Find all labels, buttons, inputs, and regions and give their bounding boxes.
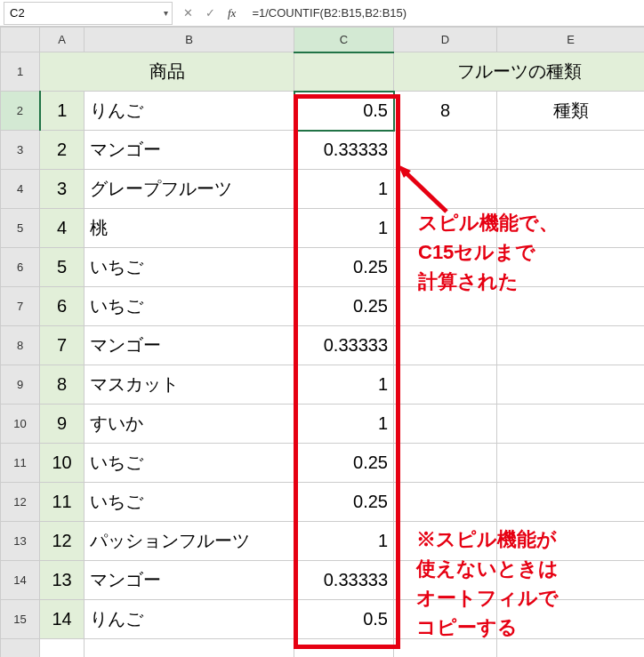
cell-a[interactable]: 6 [40,287,85,326]
cell-d-result[interactable]: 8 [394,92,497,131]
cell-a[interactable] [40,639,85,658]
cell-e[interactable] [497,365,645,405]
header-fruit-kind[interactable]: フルーツの種類 [394,52,645,92]
cell-e[interactable] [497,131,645,170]
cell-b[interactable]: いちご [85,444,294,483]
cell-d[interactable] [394,639,497,658]
cell-c[interactable]: 1 [294,405,394,444]
select-all-corner[interactable] [1,28,40,52]
cell-c[interactable]: 0.5 [294,600,394,639]
row-header[interactable]: 8 [1,326,40,365]
col-header-A[interactable]: A [40,28,85,52]
cell-e[interactable] [497,600,645,639]
cell-a[interactable]: 13 [40,561,85,600]
col-header-B[interactable]: B [85,28,294,52]
cell-a[interactable]: 7 [40,326,85,365]
row-header[interactable]: 5 [1,209,40,248]
cell-d[interactable] [394,483,497,522]
row-header[interactable]: 4 [1,170,40,209]
row-header[interactable]: 6 [1,248,40,287]
row-header[interactable]: 15 [1,600,40,639]
cell-e[interactable] [497,561,645,600]
cell-a[interactable]: 2 [40,131,85,170]
cell-e[interactable] [497,483,645,522]
cell-c[interactable]: 0.25 [294,444,394,483]
cell-b[interactable]: マンゴー [85,326,294,365]
cell-c[interactable]: 1 [294,170,394,209]
cell-c[interactable]: 0.25 [294,483,394,522]
cell-b[interactable]: すいか [85,405,294,444]
cell-c[interactable]: 0.25 [294,287,394,326]
cell-b[interactable]: いちご [85,483,294,522]
cell-e[interactable] [497,405,645,444]
col-header-E[interactable]: E [497,28,645,52]
cell-d[interactable] [394,600,497,639]
name-box[interactable]: C2 ▾ [4,2,173,25]
cell-c[interactable]: 0.25 [294,248,394,287]
cell-c[interactable]: 0.33333 [294,561,394,600]
cell-a[interactable]: 11 [40,483,85,522]
row-header[interactable]: 12 [1,483,40,522]
cell-c[interactable]: 0.33333 [294,131,394,170]
cell-c[interactable]: 1 [294,365,394,405]
cell-d[interactable] [394,209,497,248]
cell-b[interactable]: 桃 [85,209,294,248]
cell-d[interactable] [394,444,497,483]
cell-b[interactable]: マスカット [85,365,294,405]
row-header[interactable]: 2 [1,92,40,131]
header-product[interactable]: 商品 [40,52,294,92]
cell-d[interactable] [394,405,497,444]
cell-b[interactable]: マンゴー [85,561,294,600]
cell-a[interactable]: 9 [40,405,85,444]
cell-e[interactable] [497,248,645,287]
cell-d[interactable] [394,522,497,561]
cell-c[interactable] [294,639,394,658]
cell-e[interactable] [497,209,645,248]
row-header[interactable]: 14 [1,561,40,600]
cell-b[interactable]: マンゴー [85,131,294,170]
cell-a[interactable]: 4 [40,209,85,248]
row-header[interactable]: 13 [1,522,40,561]
row-header[interactable]: 10 [1,405,40,444]
cell-a[interactable]: 8 [40,365,85,405]
header-blank-c[interactable] [294,52,394,92]
col-header-C[interactable]: C [294,28,394,52]
cell-c[interactable]: 1 [294,209,394,248]
cell-d[interactable] [394,170,497,209]
row-header-empty[interactable] [1,639,40,658]
cell-b[interactable]: りんご [85,92,294,131]
cell-b[interactable]: いちご [85,248,294,287]
row-header[interactable]: 3 [1,131,40,170]
cell-d[interactable] [394,248,497,287]
row-header-1[interactable]: 1 [1,52,40,92]
cell-e[interactable] [497,326,645,365]
cell-b[interactable] [85,639,294,658]
cell-a[interactable]: 12 [40,522,85,561]
cell-c[interactable]: 1 [294,522,394,561]
name-box-dropdown-icon[interactable]: ▾ [164,8,168,18]
cell-d[interactable] [394,326,497,365]
cell-a[interactable]: 1 [40,92,85,131]
row-header[interactable]: 9 [1,365,40,405]
cell-a[interactable]: 14 [40,600,85,639]
cell-d[interactable] [394,365,497,405]
confirm-icon[interactable]: ✓ [205,6,215,20]
cell-e[interactable] [497,522,645,561]
cell-e[interactable] [497,639,645,658]
cell-a[interactable]: 10 [40,444,85,483]
cell-b[interactable]: いちご [85,287,294,326]
formula-input[interactable]: =1/COUNTIF(B2:B15,B2:B15) [246,2,644,25]
cell-d[interactable] [394,561,497,600]
fx-icon[interactable]: fx [228,6,236,20]
cancel-icon[interactable]: ✕ [183,6,193,20]
row-header[interactable]: 7 [1,287,40,326]
cell-c-active[interactable]: 0.5 [294,92,394,131]
cell-e-result[interactable]: 種類 [497,92,645,131]
cell-b[interactable]: グレープフルーツ [85,170,294,209]
cell-e[interactable] [497,170,645,209]
cell-a[interactable]: 5 [40,248,85,287]
cell-b[interactable]: パッションフルーツ [85,522,294,561]
cell-c[interactable]: 0.33333 [294,326,394,365]
cell-d[interactable] [394,287,497,326]
cell-d[interactable] [394,131,497,170]
